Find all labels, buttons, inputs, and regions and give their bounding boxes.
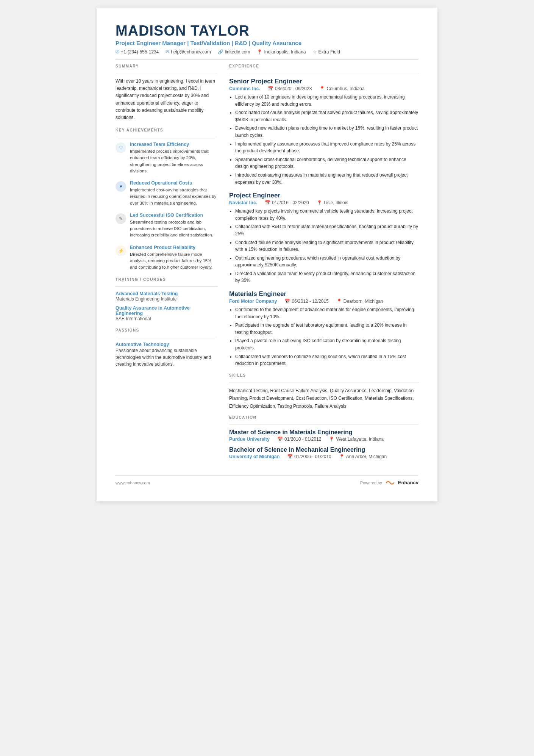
contact-bar: ✆ +1-(234)-555-1234 ✉ help@enhancv.com 🔗… [116,49,418,55]
job-dates-2: 📅 01/2016 - 02/2020 [265,200,309,205]
calendar-icon-1: 📅 [268,86,273,91]
achievement-icon-1: ♡ [116,142,126,153]
training-org-1: Materials Engineering Institute [116,296,218,302]
main-layout: SUMMARY With over 10 years in engineerin… [116,64,418,464]
achievement-item-3: ✎ Led Successful ISO Certification Strea… [116,213,218,239]
bullet-2-4: Optimized engineering procedures, which … [235,255,418,269]
contact-phone: ✆ +1-(234)-555-1234 [116,49,159,55]
right-column: EXPERIENCE Senior Project Engineer Cummi… [229,64,418,464]
achievement-item-2: ♥ Reduced Operational Costs Implemented … [116,180,218,207]
calendar-icon-edu-2: 📅 [287,454,293,459]
pin-icon-3: 📍 [336,299,342,304]
training-section: TRAINING / COURSES Advanced Materials Te… [116,277,218,321]
training-org-2: SAE International [116,316,218,321]
achievements-section: KEY ACHIEVEMENTS ♡ Increased Team Effici… [116,128,218,271]
achievement-desc-2: Implemented cost-saving strategies that … [130,187,218,207]
training-item-2: Quality Assurance in Automotive Engineer… [116,305,218,321]
job-company-2: Navistar Inc. [229,200,257,205]
location-icon: 📍 [257,49,262,55]
edu-meta-2: University of Michigan 📅 01/2006 - 01/20… [229,454,418,459]
resume-page: MADISON TAYLOR Project Engineer Manager … [97,8,437,501]
enhancv-brand: Enhancv [398,480,418,485]
experience-divider [229,73,418,73]
edu-dates-1: 📅 01/2010 - 01/2012 [277,437,321,442]
job-company-1: Cummins Inc. [229,86,260,91]
job-2: Project Engineer Navistar Inc. 📅 01/2016… [229,192,418,284]
passion-item-1: Automotive Technology Passionate about a… [116,342,218,368]
experience-section: EXPERIENCE Senior Project Engineer Cummi… [229,64,418,367]
summary-label: SUMMARY [116,64,218,68]
job-bullets-2: Managed key projects involving commercia… [229,208,418,284]
training-divider [116,286,218,286]
edu-item-2: Bachelor of Science in Mechanical Engine… [229,446,418,459]
edu-degree-2: Bachelor of Science in Mechanical Engine… [229,446,418,453]
training-title-2: Quality Assurance in Automotive Engineer… [116,305,218,316]
pin-icon-1: 📍 [319,86,325,91]
edu-location-1: 📍 West Lafayette, Indiana [329,437,384,442]
email-icon: ✉ [166,49,169,55]
skills-section: SKILLS Mechanical Testing, Root Cause Fa… [229,373,418,410]
achievement-title-1: Increased Team Efficiency [130,142,218,147]
footer-website: www.enhancv.com [116,481,150,485]
education-label: EDUCATION [229,415,418,419]
job-meta-2: Navistar Inc. 📅 01/2016 - 02/2020 📍 Lisl… [229,200,418,205]
bullet-2-5: Directed a validation plan team to verif… [235,270,418,284]
skills-label: SKILLS [229,373,418,377]
achievement-title-3: Led Successful ISO Certification [130,213,218,218]
pin-icon-edu-2: 📍 [339,454,345,459]
summary-section: SUMMARY With over 10 years in engineerin… [116,64,218,121]
edu-meta-1: Purdue University 📅 01/2010 - 01/2012 📍 … [229,437,418,442]
edu-university-1: Purdue University [229,437,270,442]
bullet-2-1: Managed key projects involving commercia… [235,208,418,222]
achievement-item-1: ♡ Increased Team Efficiency Implemented … [116,142,218,174]
edu-dates-2: 📅 01/2006 - 01/2010 [287,454,331,459]
candidate-title: Project Engineer Manager | Test/Validati… [116,40,418,46]
contact-linkedin: 🔗 linkedin.com [218,49,250,55]
calendar-icon-2: 📅 [265,200,270,205]
footer: www.enhancv.com Powered by Enhancv [116,475,418,486]
pin-icon-edu-1: 📍 [329,437,334,442]
contact-extra: ☆ Extra Field [313,49,340,55]
achievement-icon-2: ♥ [116,181,126,192]
extra-icon: ☆ [313,49,317,55]
edu-item-1: Master of Science in Materials Engineeri… [229,429,418,442]
achievement-title-4: Enhanced Product Reliability [130,245,218,250]
header: MADISON TAYLOR Project Engineer Manager … [116,23,418,55]
phone-icon: ✆ [116,49,119,55]
achievement-title-2: Reduced Operational Costs [130,180,218,186]
achievement-item-4: ⚡ Enhanced Product Reliability Directed … [116,245,218,271]
bullet-3-3: Played a pivotal role in achieving ISO c… [235,337,418,351]
pin-icon-2: 📍 [317,200,322,205]
achievement-desc-3: Streamlined testing protocols and lab pr… [130,219,218,239]
training-item-1: Advanced Materials Testing Materials Eng… [116,291,218,302]
linkedin-icon: 🔗 [218,49,223,55]
summary-text: With over 10 years in engineering, I exc… [116,78,218,121]
job-title-3: Materials Engineer [229,290,418,298]
bullet-2-2: Collaborated with R&D to reformulate mat… [235,223,418,237]
passions-section: PASSIONS Automotive Technology Passionat… [116,328,218,368]
training-label: TRAINING / COURSES [116,277,218,282]
passion-title-1: Automotive Technology [116,342,218,347]
bullet-1-6: Introduced cost-saving measures in mater… [235,172,418,186]
achievement-desc-1: Implemented process improvements that en… [130,148,218,174]
edu-location-2: 📍 Ann Arbor, Michigan [339,454,387,459]
bullet-1-3: Developed new validation plans reducing … [235,125,418,139]
passions-divider [116,337,218,337]
bullet-1-1: Led a team of 10 engineers in developing… [235,94,418,108]
achievement-desc-4: Directed comprehensive failure mode anal… [130,251,218,271]
achievement-icon-3: ✎ [116,213,126,224]
training-title-1: Advanced Materials Testing [116,291,218,296]
bullet-3-4: Collaborated with vendors to optimize se… [235,353,418,367]
achievements-label: KEY ACHIEVEMENTS [116,128,218,132]
job-dates-1: 📅 03/2020 - 09/2023 [268,86,312,91]
job-title-2: Project Engineer [229,192,418,199]
bullet-1-2: Coordinated root cause analysis projects… [235,109,418,123]
passions-label: PASSIONS [116,328,218,332]
education-section: EDUCATION Master of Science in Materials… [229,415,418,459]
calendar-icon-edu-1: 📅 [277,437,283,442]
job-bullets-1: Led a team of 10 engineers in developing… [229,94,418,186]
bullet-3-1: Contributed to the development of advanc… [235,306,418,320]
job-location-3: 📍 Dearborn, Michigan [336,299,383,304]
bullet-2-3: Conducted failure mode analysis leading … [235,239,418,253]
job-location-1: 📍 Columbus, Indiana [319,86,364,91]
